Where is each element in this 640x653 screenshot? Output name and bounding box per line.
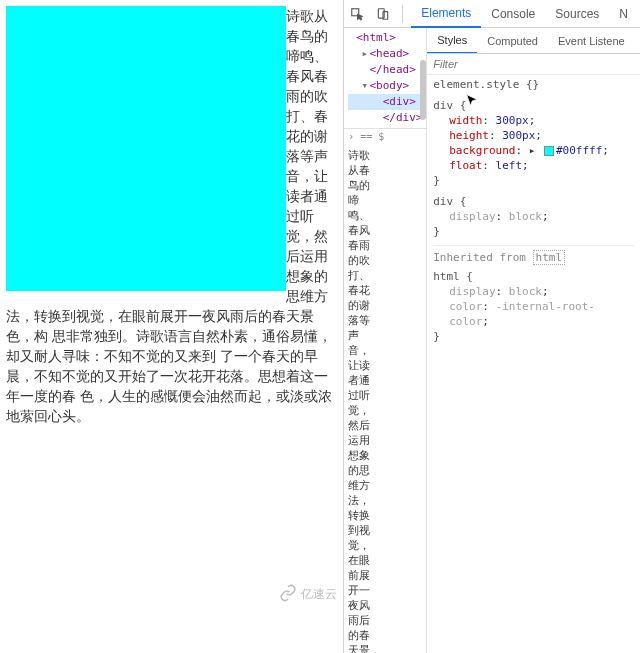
styles-tabs: Styles Computed Event Listene: [427, 28, 640, 54]
tab-sources[interactable]: Sources: [545, 0, 609, 28]
inherited-from-label: Inherited from html: [433, 245, 634, 265]
panel-tabs: Elements Console Sources N: [411, 0, 638, 28]
inspect-icon[interactable]: [346, 3, 368, 25]
dom-lines[interactable]: <html> ▸<head> </head> ▾<body> <div> </d…: [344, 28, 426, 128]
css-rules-list[interactable]: element.style {}div {width: 300px;height…: [427, 75, 640, 653]
cyan-box: [6, 6, 286, 291]
dom-node[interactable]: </div>: [348, 110, 426, 126]
dom-node[interactable]: ▸<head>: [348, 46, 426, 62]
link-icon: [279, 584, 297, 605]
device-toggle-icon[interactable]: [372, 3, 394, 25]
dom-node[interactable]: ▾<body>: [348, 78, 426, 94]
styles-filter-row: [427, 54, 640, 75]
styles-tab-computed[interactable]: Computed: [477, 28, 548, 54]
dom-node[interactable]: <div>: [348, 94, 426, 110]
dom-tree-panel[interactable]: <html> ▸<head> </head> ▾<body> <div> </d…: [344, 28, 427, 653]
watermark-text: 亿速云: [301, 586, 337, 603]
dom-text-preview-content: 诗歌从春鸟的啼鸣、春风春雨的吹打、春花的谢落等声音，让读者通过听觉，然后运用想象…: [348, 148, 372, 653]
tab-more[interactable]: N: [609, 0, 638, 28]
scrollbar-thumb[interactable]: [420, 60, 426, 120]
styles-tab-styles[interactable]: Styles: [427, 28, 477, 54]
devtools-body: <html> ▸<head> </head> ▾<body> <div> </d…: [344, 28, 640, 653]
css-rule[interactable]: element.style {}: [433, 77, 634, 92]
toolbar-separator: [402, 5, 403, 23]
css-rule[interactable]: div {display: block;}: [433, 194, 634, 239]
styles-tab-events[interactable]: Event Listene: [548, 28, 635, 54]
dom-node[interactable]: <html>: [348, 30, 426, 46]
css-rule[interactable]: html {display: block;color: -internal-ro…: [433, 269, 634, 344]
inherited-link[interactable]: html: [533, 250, 566, 265]
dom-text-preview: 诗歌从春鸟的啼鸣、春风春雨的吹打、春花的谢落等声音，让读者通过听觉，然后运用想象…: [344, 144, 426, 653]
dom-scrollbar[interactable]: [420, 58, 426, 653]
css-rule[interactable]: div {width: 300px;height: 300px;backgrou…: [433, 98, 634, 188]
tab-elements[interactable]: Elements: [411, 0, 481, 28]
rendered-page-pane: 诗歌从春鸟的啼鸣、春风春雨的吹打、春花的谢落等声音，让读者通过听觉，然后运用想象…: [0, 0, 343, 653]
dom-crumb[interactable]: › == $: [344, 128, 426, 144]
tab-console[interactable]: Console: [481, 0, 545, 28]
styles-filter-input[interactable]: [433, 58, 634, 70]
dom-node[interactable]: </head>: [348, 62, 426, 78]
devtools-pane: Elements Console Sources N <html> ▸<head…: [343, 0, 640, 653]
styles-panel: Styles Computed Event Listene element.st…: [427, 28, 640, 653]
devtools-toolbar: Elements Console Sources N: [344, 0, 640, 28]
watermark: 亿速云: [279, 584, 337, 605]
